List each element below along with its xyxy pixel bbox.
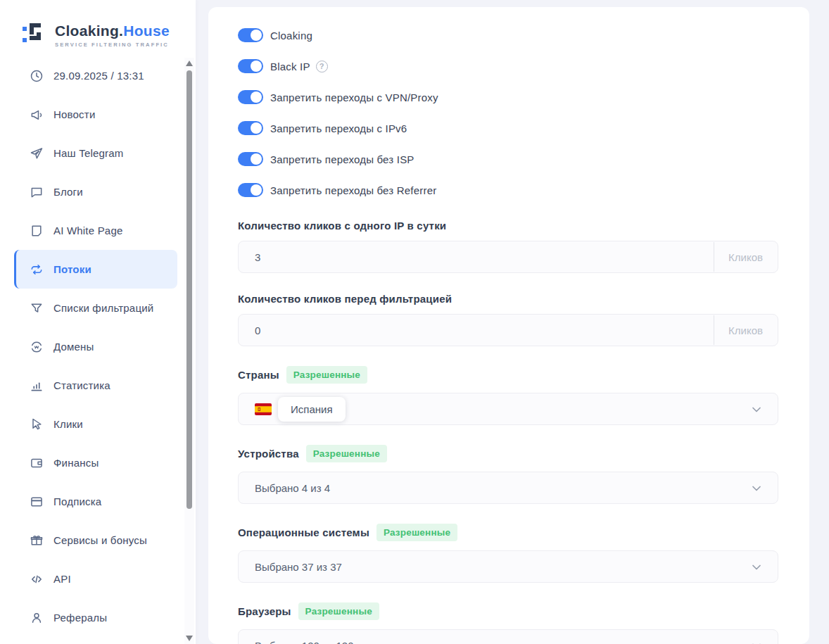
sidebar-item-finance[interactable]: Финансы	[14, 443, 177, 482]
clicks-unit-suffix: Кликов	[714, 242, 777, 272]
os-label: Операционные системы	[238, 526, 369, 538]
countries-select[interactable]: Испания	[238, 393, 778, 425]
toggle-label: Запретить переходы без Referrer	[270, 184, 436, 196]
sidebar-item-streams[interactable]: Потоки	[14, 250, 177, 289]
scroll-down-arrow-icon[interactable]	[186, 636, 193, 641]
ipv6-toggle[interactable]	[238, 121, 263, 135]
clicks-per-ip-label: Количество кликов с одного IP в сутки	[238, 220, 778, 232]
sidebar-datetime: 29.09.2025 / 13:31	[14, 56, 177, 95]
sidebar-item-telegram[interactable]: Наш Telegram	[14, 134, 177, 172]
sidebar-item-label: Клики	[53, 418, 83, 430]
chevron-down-icon	[751, 404, 762, 417]
sidebar-item-services-bonuses[interactable]: Сервисы и бонусы	[14, 521, 177, 560]
toggle-row-vpn-proxy: Запретить переходы с VPN/Proxy	[238, 90, 778, 104]
sidebar-item-api[interactable]: API	[14, 560, 177, 598]
toggle-label: Запретить переходы без ISP	[270, 153, 414, 165]
os-allowed-badge: Разрешенные	[376, 524, 457, 541]
repeat-icon	[30, 263, 44, 277]
clicks-before-filter-label: Количество кликов перед фильтрацией	[238, 293, 778, 305]
vpn-proxy-toggle[interactable]	[238, 90, 263, 104]
browsers-label: Браузеры	[238, 605, 291, 617]
logo[interactable]: Cloaking.House SERVICE FILTERING TRAFFIC	[0, 0, 196, 56]
referrer-toggle[interactable]	[238, 183, 263, 197]
toggle-row-isp: Запретить переходы без ISP	[238, 152, 778, 166]
devices-label-row: Устройства Разрешенные	[238, 445, 778, 462]
clicks-before-filter-field: Кликов	[238, 314, 778, 346]
os-select-value: Выбрано 37 из 37	[255, 561, 342, 573]
megaphone-icon	[30, 108, 44, 122]
sidebar-item-referrals[interactable]: Рефералы	[14, 598, 177, 637]
clicks-before-filter-input[interactable]	[255, 324, 677, 336]
sidebar-item-label: Финансы	[53, 457, 99, 469]
browsers-allowed-badge: Разрешенные	[298, 602, 379, 620]
chevron-down-icon	[751, 640, 762, 644]
devices-label: Устройства	[238, 448, 299, 460]
devices-allowed-badge: Разрешенные	[306, 445, 387, 462]
selected-country-chip[interactable]: Испания	[278, 397, 346, 422]
sidebar-item-label: Подписка	[53, 495, 101, 507]
sidebar-item-news[interactable]: Новости	[14, 95, 177, 134]
scroll-up-arrow-icon[interactable]	[186, 61, 193, 66]
devices-select-value: Выбрано 4 из 4	[255, 482, 330, 494]
sidebar-item-subscription[interactable]: Подписка	[14, 482, 177, 521]
browsers-select-value: Выбрано 130 из 130	[255, 640, 354, 644]
country-chip-wrap: Испания	[255, 397, 346, 422]
cloaking-toggle[interactable]	[238, 28, 263, 42]
countries-label-row: Страны Разрешенные	[238, 366, 778, 384]
bar-chart-icon	[30, 379, 44, 393]
chevron-down-icon	[751, 483, 762, 496]
toggle-label: Black IP	[270, 61, 310, 72]
page-icon	[30, 224, 44, 238]
toggle-label: Cloaking	[270, 30, 312, 42]
clicks-per-ip-input[interactable]	[255, 251, 677, 263]
sidebar-scrollbar[interactable]	[184, 58, 194, 644]
sidebar-nav: 29.09.2025 / 13:31 Новости Наш Telegram	[0, 56, 184, 637]
sidebar-item-label: Наш Telegram	[53, 147, 123, 159]
clock-icon	[30, 69, 44, 83]
sidebar-item-blogs[interactable]: Блоги	[14, 172, 177, 211]
isp-toggle[interactable]	[238, 152, 263, 166]
sidebar-item-domains[interactable]: Домены	[14, 327, 177, 366]
sidebar-item-ai-white-page[interactable]: AI White Page	[14, 211, 177, 250]
cloaking-house-logo-icon	[21, 20, 48, 50]
os-select[interactable]: Выбрано 37 из 37	[238, 550, 778, 583]
browsers-select[interactable]: Выбрано 130 из 130	[238, 629, 778, 644]
clicks-unit-suffix: Кликов	[714, 315, 777, 345]
sidebar-item-label: Списки фильтраций	[53, 302, 153, 314]
toggle-row-cloaking: Cloaking	[238, 28, 778, 42]
credit-card-icon	[30, 495, 44, 509]
help-question-icon[interactable]: ?	[316, 61, 328, 72]
brand-name: Cloaking.	[55, 23, 123, 39]
person-icon	[30, 611, 44, 625]
clicks-per-ip-field: Кликов	[238, 241, 778, 273]
sidebar: Cloaking.House SERVICE FILTERING TRAFFIC…	[0, 0, 196, 644]
countries-allowed-badge: Разрешенные	[286, 366, 367, 384]
sidebar-item-statistics[interactable]: Статистика	[14, 366, 177, 405]
spain-flag-icon	[255, 403, 272, 415]
code-icon	[30, 572, 44, 586]
sidebar-item-label: Статистика	[53, 379, 110, 391]
chat-bubble-icon	[30, 185, 44, 199]
chevron-down-icon	[751, 562, 762, 575]
toggle-label: Запретить переходы с IPv6	[270, 122, 407, 134]
sidebar-item-filter-lists[interactable]: Списки фильтраций	[14, 289, 177, 327]
cursor-icon	[30, 417, 44, 431]
sidebar-item-clicks[interactable]: Клики	[14, 405, 177, 443]
sidebar-item-label: Потоки	[53, 263, 91, 275]
sidebar-item-label: Новости	[53, 108, 95, 120]
brand-name-accent: House	[123, 23, 170, 39]
black-ip-toggle[interactable]	[238, 59, 263, 73]
datetime-label: 29.09.2025 / 13:31	[53, 70, 144, 82]
logo-subtitle: SERVICE FILTERING TRAFFIC	[55, 42, 170, 48]
wallet-icon	[30, 456, 44, 470]
browsers-label-row: Браузеры Разрешенные	[238, 602, 778, 620]
funnel-icon	[30, 301, 44, 315]
sidebar-item-label: AI White Page	[53, 225, 122, 236]
devices-select[interactable]: Выбрано 4 из 4	[238, 472, 778, 504]
scrollbar-thumb[interactable]	[186, 70, 192, 509]
countries-label: Страны	[238, 369, 279, 381]
domain-globe-icon	[30, 340, 44, 354]
toggle-label: Запретить переходы с VPN/Proxy	[270, 91, 438, 103]
sidebar-item-label: Блоги	[53, 186, 83, 198]
os-label-row: Операционные системы Разрешенные	[238, 524, 778, 541]
